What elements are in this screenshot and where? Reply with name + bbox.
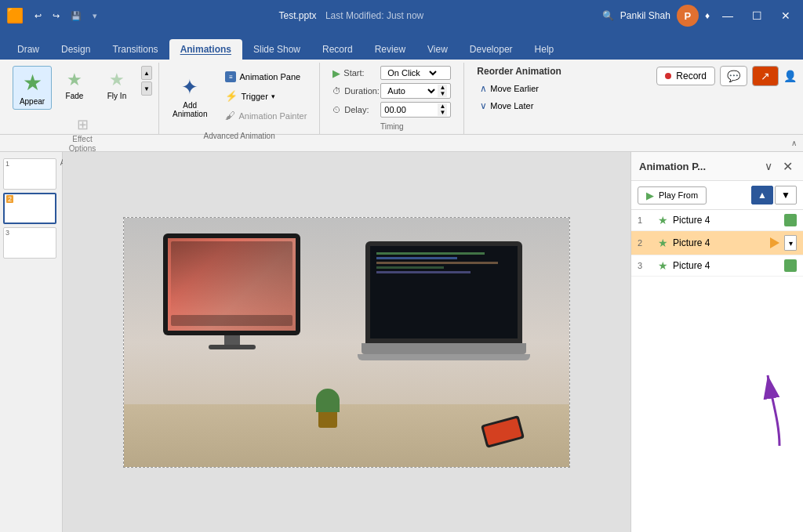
- trigger-btn[interactable]: ⚡ Trigger ▾: [219, 88, 313, 104]
- redo-btn[interactable]: ↪: [49, 9, 63, 23]
- maximize-btn[interactable]: ☐: [746, 6, 768, 25]
- save-btn[interactable]: 💾: [67, 9, 85, 23]
- play-from-btn[interactable]: ▶ Play From: [638, 186, 707, 204]
- trigger-dropdown-icon: ▾: [271, 92, 275, 100]
- record-button[interactable]: Record: [656, 67, 715, 85]
- move-earlier-icon: ∧: [480, 83, 487, 94]
- comment-btn[interactable]: 💬: [720, 66, 747, 86]
- move-earlier-btn[interactable]: ∧ Move Earlier: [477, 81, 561, 96]
- fade-animation-btn[interactable]: ★ Fade: [55, 66, 94, 104]
- slide-canvas[interactable]: [123, 217, 570, 468]
- start-input[interactable]: On Click With Previous After Previous: [380, 66, 451, 80]
- slide-thumb-3[interactable]: 3: [3, 227, 56, 259]
- monitor-frame: [163, 233, 300, 335]
- animation-item-2[interactable]: 2 ★ Picture 4 ▾: [631, 231, 803, 255]
- duration-label: ⏱ Duration:: [332, 86, 376, 96]
- plant-pot: [318, 412, 337, 428]
- delay-down[interactable]: ▼: [438, 110, 447, 116]
- diamond-icon[interactable]: ♦: [705, 10, 710, 21]
- animation-pane-icon: ≡: [225, 71, 236, 82]
- scroll-up-btn[interactable]: ▲: [141, 66, 152, 80]
- anim-icon-2: ★: [658, 237, 668, 249]
- code-line-4: [376, 266, 444, 269]
- delay-label: ⏲ Delay:: [332, 105, 376, 114]
- move-later-btn[interactable]: ∨ Move Later: [477, 99, 561, 113]
- slide-thumb-1[interactable]: 1: [3, 158, 56, 190]
- trigger-icon: ⚡: [225, 90, 238, 102]
- canvas-area: [63, 152, 630, 532]
- duration-spinner[interactable]: ▲ ▼: [438, 85, 447, 97]
- animation-pane-btn[interactable]: ≡ Animation Pane: [219, 69, 313, 85]
- animation-item-3[interactable]: 3 ★ Picture 4: [631, 255, 803, 277]
- window-controls[interactable]: 🟧 ↩ ↪ 💾 ▾: [6, 7, 100, 24]
- tab-record[interactable]: Record: [311, 39, 364, 60]
- anim-num-1: 1: [638, 215, 653, 225]
- tab-developer[interactable]: Developer: [459, 39, 524, 60]
- fade-label: Fade: [66, 92, 84, 100]
- order-buttons: ▲ ▼: [751, 186, 797, 204]
- ribbon-tabs: Draw Design Transitions Animations Slide…: [0, 31, 803, 60]
- move-later-icon: ∨: [480, 100, 487, 111]
- anim-name-3: Picture 4: [673, 260, 779, 271]
- anim-dropdown-2[interactable]: ▾: [784, 235, 797, 251]
- order-up-btn[interactable]: ▲: [751, 186, 773, 204]
- ribbon: Record 💬 ↗ 👤 ★ Appear ★ Fade: [0, 60, 803, 135]
- duration-down[interactable]: ▼: [438, 91, 447, 97]
- tab-design[interactable]: Design: [50, 39, 101, 60]
- laptop-lid: [365, 241, 522, 343]
- laptop-keyboard-base: [358, 354, 530, 360]
- animation-group: ★ Appear ★ Fade ★ Fly In ▲: [6, 63, 159, 134]
- scroll-down-btn[interactable]: ▼: [141, 81, 152, 96]
- play-from-bar: ▶ Play From ▲ ▼: [631, 181, 803, 210]
- effect-options-btn[interactable]: ⊞ EffectOptions: [64, 113, 100, 157]
- anim-icon-3: ★: [658, 259, 668, 272]
- start-icon: ▶: [332, 67, 340, 79]
- tab-slideshow[interactable]: Slide Show: [242, 39, 311, 60]
- flyin-label: Fly In: [107, 92, 126, 100]
- delay-icon: ⏲: [332, 105, 341, 114]
- advanced-animation-group-label: Advanced Animation: [165, 130, 313, 143]
- anim-green-square-3: [784, 259, 797, 272]
- advanced-animation-group: ✦ AddAnimation ≡ Animation Pane ⚡ Trigge…: [159, 63, 320, 134]
- animation-painter-btn[interactable]: 🖌 Animation Painter: [219, 107, 313, 124]
- minimize-btn[interactable]: —: [716, 6, 739, 25]
- quick-access-more[interactable]: ▾: [89, 9, 100, 23]
- order-down-btn[interactable]: ▼: [775, 186, 797, 204]
- collab-btn[interactable]: 👤: [783, 70, 797, 82]
- timing-controls: ▶ Start: On Click With Previous After Pr…: [326, 63, 457, 121]
- tab-help[interactable]: Help: [524, 39, 565, 60]
- slide-thumb-2[interactable]: 2: [3, 193, 56, 224]
- tab-draw[interactable]: Draw: [6, 39, 50, 60]
- tab-view[interactable]: View: [416, 39, 459, 60]
- monitor: [163, 233, 300, 349]
- duration-input[interactable]: Auto 0.5 1 ▲ ▼: [380, 83, 451, 99]
- topbar-right: Record 💬 ↗ 👤: [656, 66, 797, 86]
- play-from-icon: ▶: [646, 190, 654, 201]
- anim-icon-1: ★: [658, 214, 668, 226]
- fade-star-icon: ★: [67, 70, 82, 90]
- tab-transitions[interactable]: Transitions: [101, 39, 169, 60]
- appear-animation-btn[interactable]: ★ Appear: [13, 66, 52, 110]
- delay-input[interactable]: 00.00 ▲ ▼: [380, 102, 451, 118]
- animation-items: ★ Appear ★ Fade ★ Fly In ▲: [13, 63, 152, 113]
- tab-review[interactable]: Review: [364, 39, 416, 60]
- tab-animations[interactable]: Animations: [169, 39, 242, 60]
- record-dot-icon: [665, 73, 671, 79]
- start-select[interactable]: On Click With Previous After Previous: [384, 67, 439, 78]
- animation-pane-header-controls: ∨ ✕: [761, 158, 795, 174]
- slide-panel: 1 2 3: [0, 152, 63, 532]
- duration-select[interactable]: Auto 0.5 1: [384, 85, 438, 96]
- animation-pane-close-btn[interactable]: ✕: [779, 158, 795, 174]
- delay-spinner[interactable]: ▲ ▼: [438, 103, 447, 116]
- search-icon[interactable]: 🔍: [602, 10, 614, 21]
- close-btn[interactable]: ✕: [775, 6, 797, 25]
- flyin-animation-btn[interactable]: ★ Fly In: [97, 66, 136, 104]
- anim-play-triangle-2: [770, 237, 779, 248]
- collapse-ribbon-btn[interactable]: ∧: [791, 139, 797, 147]
- timing-group: ▶ Start: On Click With Previous After Pr…: [320, 63, 464, 134]
- share-btn[interactable]: ↗: [752, 66, 779, 86]
- add-animation-btn[interactable]: ✦ AddAnimation: [165, 71, 214, 122]
- undo-btn[interactable]: ↩: [31, 9, 45, 23]
- animation-pane-collapse-btn[interactable]: ∨: [761, 158, 776, 174]
- animation-item-1[interactable]: 1 ★ Picture 4: [631, 210, 803, 231]
